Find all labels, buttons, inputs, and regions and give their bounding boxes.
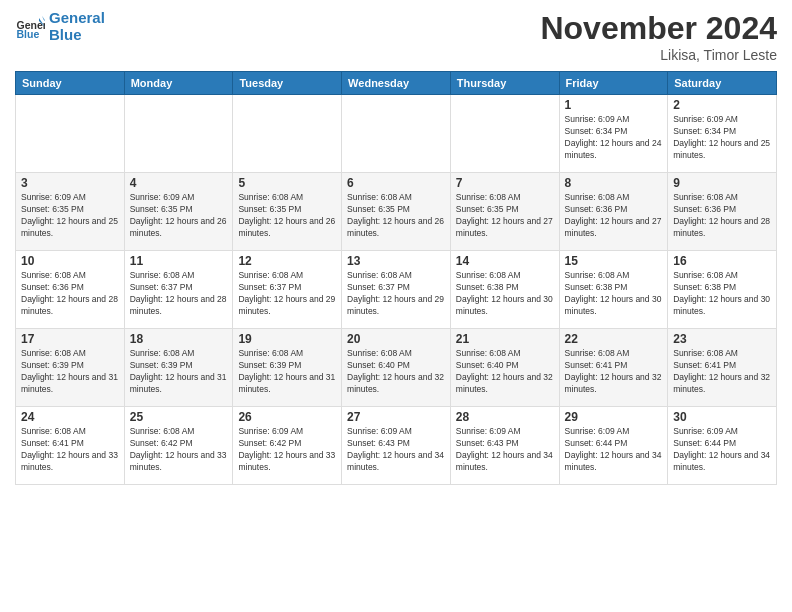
calendar-cell: 18Sunrise: 6:08 AMSunset: 6:39 PMDayligh… <box>124 329 233 407</box>
day-number: 18 <box>130 332 228 346</box>
day-info: Sunrise: 6:09 AMSunset: 6:34 PMDaylight:… <box>565 114 663 162</box>
calendar-cell: 5Sunrise: 6:08 AMSunset: 6:35 PMDaylight… <box>233 173 342 251</box>
day-number: 30 <box>673 410 771 424</box>
calendar-cell: 16Sunrise: 6:08 AMSunset: 6:38 PMDayligh… <box>668 251 777 329</box>
col-friday: Friday <box>559 72 668 95</box>
calendar-cell: 3Sunrise: 6:09 AMSunset: 6:35 PMDaylight… <box>16 173 125 251</box>
day-info: Sunrise: 6:08 AMSunset: 6:35 PMDaylight:… <box>238 192 336 240</box>
calendar-cell <box>450 95 559 173</box>
day-number: 29 <box>565 410 663 424</box>
calendar-cell: 7Sunrise: 6:08 AMSunset: 6:35 PMDaylight… <box>450 173 559 251</box>
col-thursday: Thursday <box>450 72 559 95</box>
calendar-cell: 11Sunrise: 6:08 AMSunset: 6:37 PMDayligh… <box>124 251 233 329</box>
day-number: 16 <box>673 254 771 268</box>
page: General Blue General Blue November 2024 … <box>0 0 792 612</box>
day-number: 5 <box>238 176 336 190</box>
col-wednesday: Wednesday <box>342 72 451 95</box>
day-info: Sunrise: 6:08 AMSunset: 6:39 PMDaylight:… <box>21 348 119 396</box>
day-number: 9 <box>673 176 771 190</box>
logo-icon: General Blue <box>15 12 45 42</box>
day-info: Sunrise: 6:08 AMSunset: 6:40 PMDaylight:… <box>347 348 445 396</box>
day-number: 12 <box>238 254 336 268</box>
logo-blue: Blue <box>49 27 105 44</box>
calendar-cell: 1Sunrise: 6:09 AMSunset: 6:34 PMDaylight… <box>559 95 668 173</box>
day-number: 21 <box>456 332 554 346</box>
calendar-week-5: 24Sunrise: 6:08 AMSunset: 6:41 PMDayligh… <box>16 407 777 485</box>
day-info: Sunrise: 6:09 AMSunset: 6:42 PMDaylight:… <box>238 426 336 474</box>
day-info: Sunrise: 6:08 AMSunset: 6:35 PMDaylight:… <box>456 192 554 240</box>
day-info: Sunrise: 6:09 AMSunset: 6:44 PMDaylight:… <box>565 426 663 474</box>
day-number: 27 <box>347 410 445 424</box>
calendar-week-1: 1Sunrise: 6:09 AMSunset: 6:34 PMDaylight… <box>16 95 777 173</box>
col-tuesday: Tuesday <box>233 72 342 95</box>
day-info: Sunrise: 6:08 AMSunset: 6:38 PMDaylight:… <box>456 270 554 318</box>
calendar-cell: 19Sunrise: 6:08 AMSunset: 6:39 PMDayligh… <box>233 329 342 407</box>
day-number: 24 <box>21 410 119 424</box>
day-info: Sunrise: 6:09 AMSunset: 6:44 PMDaylight:… <box>673 426 771 474</box>
header: General Blue General Blue November 2024 … <box>15 10 777 63</box>
day-number: 17 <box>21 332 119 346</box>
day-info: Sunrise: 6:08 AMSunset: 6:41 PMDaylight:… <box>21 426 119 474</box>
col-monday: Monday <box>124 72 233 95</box>
day-number: 15 <box>565 254 663 268</box>
calendar-week-3: 10Sunrise: 6:08 AMSunset: 6:36 PMDayligh… <box>16 251 777 329</box>
day-info: Sunrise: 6:09 AMSunset: 6:43 PMDaylight:… <box>347 426 445 474</box>
day-number: 28 <box>456 410 554 424</box>
calendar-cell: 6Sunrise: 6:08 AMSunset: 6:35 PMDaylight… <box>342 173 451 251</box>
calendar-cell: 20Sunrise: 6:08 AMSunset: 6:40 PMDayligh… <box>342 329 451 407</box>
calendar-cell <box>16 95 125 173</box>
day-info: Sunrise: 6:08 AMSunset: 6:35 PMDaylight:… <box>347 192 445 240</box>
day-info: Sunrise: 6:09 AMSunset: 6:43 PMDaylight:… <box>456 426 554 474</box>
calendar-cell: 12Sunrise: 6:08 AMSunset: 6:37 PMDayligh… <box>233 251 342 329</box>
calendar-cell: 23Sunrise: 6:08 AMSunset: 6:41 PMDayligh… <box>668 329 777 407</box>
day-number: 23 <box>673 332 771 346</box>
calendar-cell: 29Sunrise: 6:09 AMSunset: 6:44 PMDayligh… <box>559 407 668 485</box>
calendar-cell: 15Sunrise: 6:08 AMSunset: 6:38 PMDayligh… <box>559 251 668 329</box>
day-info: Sunrise: 6:08 AMSunset: 6:37 PMDaylight:… <box>130 270 228 318</box>
calendar-cell: 28Sunrise: 6:09 AMSunset: 6:43 PMDayligh… <box>450 407 559 485</box>
day-number: 10 <box>21 254 119 268</box>
calendar-cell: 4Sunrise: 6:09 AMSunset: 6:35 PMDaylight… <box>124 173 233 251</box>
calendar-cell: 21Sunrise: 6:08 AMSunset: 6:40 PMDayligh… <box>450 329 559 407</box>
calendar-cell <box>233 95 342 173</box>
day-number: 8 <box>565 176 663 190</box>
calendar-cell: 14Sunrise: 6:08 AMSunset: 6:38 PMDayligh… <box>450 251 559 329</box>
day-number: 4 <box>130 176 228 190</box>
calendar-cell: 13Sunrise: 6:08 AMSunset: 6:37 PMDayligh… <box>342 251 451 329</box>
calendar-cell <box>124 95 233 173</box>
calendar-header-row: Sunday Monday Tuesday Wednesday Thursday… <box>16 72 777 95</box>
calendar-cell: 17Sunrise: 6:08 AMSunset: 6:39 PMDayligh… <box>16 329 125 407</box>
calendar-cell: 25Sunrise: 6:08 AMSunset: 6:42 PMDayligh… <box>124 407 233 485</box>
day-number: 14 <box>456 254 554 268</box>
calendar: Sunday Monday Tuesday Wednesday Thursday… <box>15 71 777 485</box>
day-info: Sunrise: 6:08 AMSunset: 6:36 PMDaylight:… <box>673 192 771 240</box>
day-number: 20 <box>347 332 445 346</box>
location: Likisa, Timor Leste <box>540 47 777 63</box>
day-info: Sunrise: 6:08 AMSunset: 6:38 PMDaylight:… <box>673 270 771 318</box>
title-area: November 2024 Likisa, Timor Leste <box>540 10 777 63</box>
calendar-week-4: 17Sunrise: 6:08 AMSunset: 6:39 PMDayligh… <box>16 329 777 407</box>
day-info: Sunrise: 6:08 AMSunset: 6:36 PMDaylight:… <box>565 192 663 240</box>
day-info: Sunrise: 6:08 AMSunset: 6:40 PMDaylight:… <box>456 348 554 396</box>
calendar-cell: 27Sunrise: 6:09 AMSunset: 6:43 PMDayligh… <box>342 407 451 485</box>
day-info: Sunrise: 6:08 AMSunset: 6:41 PMDaylight:… <box>565 348 663 396</box>
month-title: November 2024 <box>540 10 777 47</box>
svg-text:Blue: Blue <box>17 28 40 40</box>
calendar-cell: 30Sunrise: 6:09 AMSunset: 6:44 PMDayligh… <box>668 407 777 485</box>
day-number: 6 <box>347 176 445 190</box>
day-info: Sunrise: 6:08 AMSunset: 6:37 PMDaylight:… <box>238 270 336 318</box>
calendar-cell: 8Sunrise: 6:08 AMSunset: 6:36 PMDaylight… <box>559 173 668 251</box>
day-number: 26 <box>238 410 336 424</box>
day-number: 25 <box>130 410 228 424</box>
calendar-week-2: 3Sunrise: 6:09 AMSunset: 6:35 PMDaylight… <box>16 173 777 251</box>
day-info: Sunrise: 6:08 AMSunset: 6:36 PMDaylight:… <box>21 270 119 318</box>
day-number: 3 <box>21 176 119 190</box>
day-info: Sunrise: 6:09 AMSunset: 6:35 PMDaylight:… <box>130 192 228 240</box>
col-sunday: Sunday <box>16 72 125 95</box>
logo: General Blue General Blue <box>15 10 105 43</box>
day-number: 19 <box>238 332 336 346</box>
day-number: 2 <box>673 98 771 112</box>
day-number: 13 <box>347 254 445 268</box>
day-info: Sunrise: 6:08 AMSunset: 6:42 PMDaylight:… <box>130 426 228 474</box>
day-info: Sunrise: 6:08 AMSunset: 6:39 PMDaylight:… <box>238 348 336 396</box>
